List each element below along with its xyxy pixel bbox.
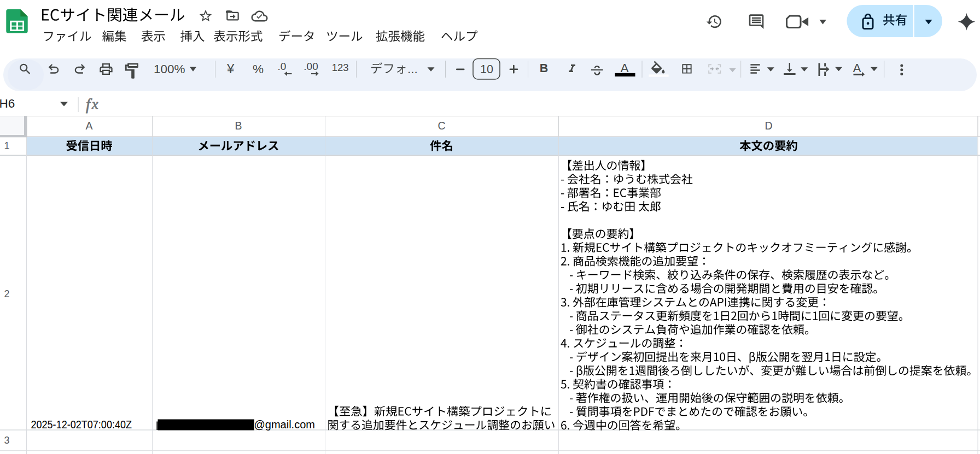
svg-text:...: ... bbox=[407, 62, 418, 76]
svg-text:123: 123 bbox=[332, 62, 349, 73]
svg-text:@gmail.com: @gmail.com bbox=[254, 418, 315, 431]
svg-text:D: D bbox=[765, 120, 772, 132]
svg-text:¥: ¥ bbox=[226, 61, 235, 76]
svg-text:x: x bbox=[91, 96, 98, 112]
svg-text:H6: H6 bbox=[0, 97, 15, 110]
svg-text:C: C bbox=[438, 120, 445, 132]
svg-text:2: 2 bbox=[4, 288, 9, 299]
svg-text:100%: 100% bbox=[154, 62, 185, 76]
svg-text:10: 10 bbox=[480, 63, 493, 76]
svg-text:.0: .0 bbox=[278, 61, 287, 72]
svg-text:B: B bbox=[540, 62, 549, 75]
svg-text:.00: .00 bbox=[304, 61, 318, 72]
svg-text:A: A bbox=[621, 61, 629, 75]
svg-text:B: B bbox=[235, 120, 242, 132]
svg-text:A: A bbox=[853, 61, 861, 75]
svg-text:%: % bbox=[253, 62, 264, 76]
svg-text:A: A bbox=[85, 120, 92, 132]
svg-text:1: 1 bbox=[4, 140, 9, 151]
svg-text:3: 3 bbox=[4, 435, 9, 446]
svg-text:2025-12-02T07:00:40Z: 2025-12-02T07:00:40Z bbox=[31, 418, 132, 431]
